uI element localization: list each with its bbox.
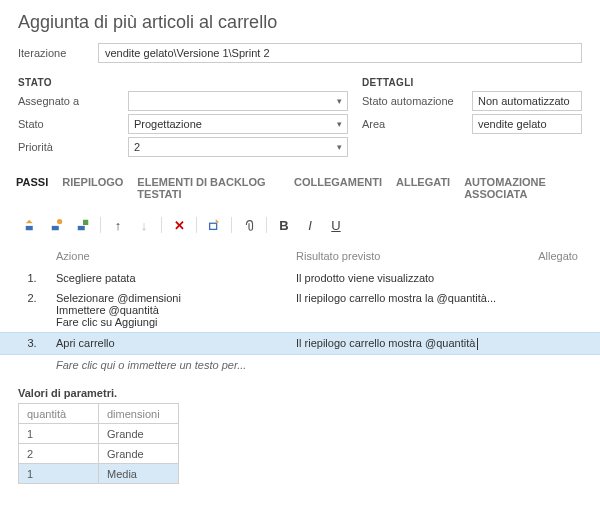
iteration-label: Iterazione [18, 47, 98, 59]
new-step-placeholder[interactable]: Fare clic qui o immettere un testo per..… [18, 355, 582, 375]
param-row[interactable]: 1Media [19, 464, 179, 484]
svg-rect-0 [26, 226, 33, 230]
create-shared-icon[interactable] [201, 214, 227, 236]
svg-rect-6 [210, 223, 217, 229]
assegnato-label: Assegnato a [18, 95, 128, 107]
toolbar: ↑ ↓ ✕ B I U [0, 204, 600, 242]
iteration-value: vendite gelato\Versione 1\Sprint 2 [105, 47, 270, 59]
chevron-down-icon: ▾ [337, 96, 342, 106]
col-action: Azione [46, 250, 296, 262]
tab-automazione-associata[interactable]: AUTOMAZIONE ASSOCIATA [464, 172, 584, 204]
delete-icon[interactable]: ✕ [166, 214, 192, 236]
svg-point-3 [57, 219, 62, 224]
svg-rect-5 [83, 220, 88, 225]
priorita-label: Priorità [18, 141, 128, 153]
attach-icon[interactable] [236, 214, 262, 236]
stato-header: STATO [18, 77, 362, 88]
area-label: Area [362, 118, 472, 130]
params-table[interactable]: quantitàdimensioni 1Grande2Grande1Media [18, 403, 179, 484]
svg-marker-7 [216, 219, 220, 223]
params-section: Valori di parametri. quantitàdimensioni … [0, 375, 600, 484]
svg-rect-4 [78, 226, 85, 230]
stato-select[interactable]: Progettazione▾ [128, 114, 348, 134]
insert-shared-step-icon[interactable] [44, 214, 70, 236]
move-down-icon[interactable]: ↓ [131, 214, 157, 236]
col-attach: Allegato [516, 250, 582, 262]
param-row[interactable]: 1Grande [19, 424, 179, 444]
stato-label: Stato [18, 118, 128, 130]
page-title: Aggiunta di più articoli al carrello [0, 0, 600, 41]
move-up-icon[interactable]: ↑ [105, 214, 131, 236]
svg-marker-1 [26, 220, 33, 224]
tab-elementi-di-backlog-testati[interactable]: ELEMENTI DI BACKLOG TESTATI [137, 172, 280, 204]
table-row[interactable]: 3.Apri carrelloIl riepilogo carrello mos… [0, 332, 600, 355]
autom-label: Stato automazione [362, 95, 472, 107]
col-result: Risultato previsto [296, 250, 516, 262]
italic-button[interactable]: I [297, 214, 323, 236]
underline-button[interactable]: U [323, 214, 349, 236]
col-num [18, 250, 46, 262]
bold-button[interactable]: B [271, 214, 297, 236]
steps-grid: Azione Risultato previsto Allegato 1.Sce… [0, 242, 600, 375]
priorita-select[interactable]: 2▾ [128, 137, 348, 157]
chevron-down-icon: ▾ [337, 119, 342, 129]
table-row[interactable]: 2.Selezionare @dimensioniImmettere @quan… [18, 288, 582, 332]
tab-bar: PASSIRIEPILOGOELEMENTI DI BACKLOG TESTAT… [0, 162, 600, 204]
dettagli-header: DETTAGLI [362, 77, 582, 88]
insert-param-icon[interactable] [70, 214, 96, 236]
assegnato-select[interactable]: ▾ [128, 91, 348, 111]
table-row[interactable]: 1.Scegliere patataIl prodotto viene visu… [18, 268, 582, 288]
area-select[interactable]: vendite gelato [472, 114, 582, 134]
chevron-down-icon: ▾ [337, 142, 342, 152]
param-row[interactable]: 2Grande [19, 444, 179, 464]
tab-collegamenti[interactable]: COLLEGAMENTI [294, 172, 382, 204]
insert-step-icon[interactable] [18, 214, 44, 236]
tab-allegati[interactable]: ALLEGATI [396, 172, 450, 204]
tab-riepilogo[interactable]: RIEPILOGO [62, 172, 123, 204]
autom-select[interactable]: Non automatizzato [472, 91, 582, 111]
params-title: Valori di parametri. [18, 387, 582, 399]
svg-rect-2 [52, 226, 59, 230]
iteration-input[interactable]: vendite gelato\Versione 1\Sprint 2 [98, 43, 582, 63]
tab-passi[interactable]: PASSI [16, 172, 48, 204]
